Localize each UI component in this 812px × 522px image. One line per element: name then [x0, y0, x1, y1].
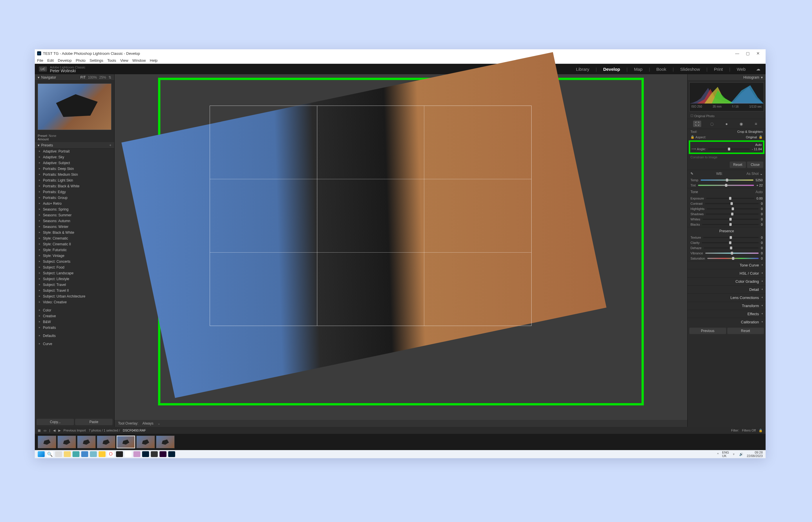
preset-item[interactable]: Portraits: Medium Skin — [35, 172, 114, 178]
thumb-2[interactable] — [57, 436, 76, 448]
crop-tool-icon[interactable]: ⛶ — [693, 121, 701, 127]
panel-header[interactable]: Transform◂ — [688, 302, 766, 310]
original-photo-toggle[interactable]: ☐ — [690, 114, 693, 118]
menu-file[interactable]: File — [37, 58, 43, 63]
preset-item[interactable]: Seasons: Spring — [35, 206, 114, 212]
preset-item[interactable]: Portraits: Edgy — [35, 189, 114, 195]
histogram[interactable]: ISO 250 35 mm f / 16 1/110 sec — [689, 82, 764, 112]
panel-header[interactable]: Detail◂ — [688, 285, 766, 294]
preset-item[interactable]: Adaptive: Subject — [35, 160, 114, 166]
contrast-slider[interactable] — [705, 203, 759, 204]
grid-view-icon[interactable]: ▦ — [38, 429, 41, 433]
whites-slider[interactable] — [703, 219, 759, 220]
module-web[interactable]: Web — [735, 67, 747, 72]
crop-reset-button[interactable]: Reset — [730, 162, 746, 168]
saturation-slider[interactable] — [707, 258, 759, 259]
thumb-6[interactable] — [136, 436, 155, 448]
histogram-header[interactable]: Histogram ▾ — [688, 74, 766, 81]
reset-button[interactable]: Reset — [727, 328, 764, 334]
app-icon-4[interactable] — [99, 451, 105, 457]
redeye-tool-icon[interactable]: ◉ — [737, 121, 745, 127]
thumb-4[interactable] — [97, 436, 116, 448]
overlay-mode[interactable]: Always — [142, 421, 154, 425]
preset-item[interactable]: Adaptive: Portrait — [35, 148, 114, 154]
app-icon-6[interactable] — [134, 451, 140, 457]
panel-header[interactable]: Lens Corrections◂ — [688, 294, 766, 302]
preset-item[interactable]: Portraits: Black & White — [35, 183, 114, 189]
opera-icon[interactable]: O — [107, 451, 114, 457]
preset-item[interactable]: Subject: Landscape — [35, 270, 114, 276]
menu-tools[interactable]: Tools — [107, 58, 116, 63]
menu-edit[interactable]: Edit — [47, 58, 54, 63]
module-slideshow[interactable]: Slideshow — [679, 67, 701, 72]
preset-item[interactable]: Subject: Lifestyle — [35, 276, 114, 282]
photoshop-icon[interactable] — [168, 451, 175, 457]
panel-header[interactable]: Calibration◂ — [688, 318, 766, 326]
panel-header[interactable]: Color Grading◂ — [688, 277, 766, 285]
preset-item[interactable]: Style: Cinematic II — [35, 241, 114, 247]
tone-auto[interactable]: Auto — [755, 190, 763, 194]
menu-help[interactable]: Help — [150, 58, 158, 63]
preset-item[interactable]: Video: Creative — [35, 299, 114, 305]
close-button[interactable]: ✕ — [753, 51, 763, 56]
premiere-icon[interactable] — [160, 451, 166, 457]
preset-item[interactable]: Adaptive: Sky — [35, 154, 114, 160]
nav-25[interactable]: 25% — [99, 75, 106, 79]
explorer-icon[interactable] — [64, 451, 71, 457]
preset-item[interactable]: Subject: Food — [35, 264, 114, 270]
wifi-icon[interactable]: ᯤ — [733, 453, 736, 456]
paste-button[interactable]: Paste — [75, 419, 113, 425]
preset-item[interactable]: Color — [35, 307, 114, 313]
menu-view[interactable]: View — [120, 58, 128, 63]
preset-item[interactable]: Auto+ Retro — [35, 201, 114, 206]
menu-photo[interactable]: Photo — [76, 58, 85, 63]
lightroom-taskbar-icon[interactable] — [142, 451, 149, 457]
vibrance-slider[interactable] — [705, 253, 759, 254]
preset-item[interactable]: Seasons: Summer — [35, 212, 114, 218]
module-library[interactable]: Library — [575, 67, 590, 72]
presets-tool-icon[interactable]: ≡ — [752, 121, 760, 127]
preset-item[interactable]: Subject: Travel — [35, 282, 114, 288]
presets-header[interactable]: ▾ Presets + — [35, 142, 114, 148]
minimize-button[interactable]: — — [732, 51, 743, 56]
thumb-7[interactable] — [156, 436, 175, 448]
clarity-slider[interactable] — [702, 242, 759, 243]
app-icon-7[interactable] — [151, 451, 158, 457]
tray-chevron-icon[interactable]: ^ — [717, 453, 718, 456]
preset-item[interactable]: Portraits: Light Skin — [35, 178, 114, 183]
app-icon-3[interactable] — [90, 451, 97, 457]
panel-header[interactable]: Effects◂ — [688, 310, 766, 318]
maximize-button[interactable]: ▢ — [743, 51, 753, 56]
wb-dropdown-icon[interactable]: ⌄ — [760, 172, 763, 176]
nav-fit[interactable]: FIT — [80, 75, 85, 79]
preset-item[interactable]: Style: Black & White — [35, 230, 114, 236]
preset-item[interactable]: Style: Vintage — [35, 253, 114, 259]
thumb-3[interactable] — [77, 436, 96, 448]
overlay-menu-icon[interactable]: ⌄ — [158, 421, 160, 425]
preset-item[interactable]: Seasons: Winter — [35, 224, 114, 230]
aspect-lock-icon[interactable]: 🔒 — [690, 135, 694, 139]
add-preset-icon[interactable]: + — [109, 143, 111, 147]
menu-settings[interactable]: Settings — [89, 58, 103, 63]
preset-item[interactable]: Style: Futuristic — [35, 247, 114, 253]
app-icon-5[interactable] — [125, 451, 131, 457]
nav-100[interactable]: 100% — [88, 75, 97, 79]
edit-mode-icon[interactable]: ✎ — [690, 172, 693, 176]
preset-item[interactable]: Portraits: Deep Skin — [35, 166, 114, 172]
start-button[interactable] — [38, 451, 45, 457]
straighten-icon[interactable]: ⟿ — [691, 147, 696, 151]
preset-item[interactable]: Subject: Urban Architecture — [35, 294, 114, 299]
blacks-slider[interactable] — [702, 224, 758, 225]
temp-slider[interactable] — [701, 180, 753, 181]
crop-close-button[interactable]: Close — [747, 162, 763, 168]
app-icon-1[interactable] — [73, 451, 79, 457]
heal-tool-icon[interactable]: ◌ — [708, 121, 716, 127]
previous-button[interactable]: Previous — [689, 328, 726, 334]
copy-button[interactable]: Copy... — [37, 419, 74, 425]
aspect-value[interactable]: Original — [746, 136, 757, 139]
navigator-header[interactable]: ▾ Navigator FIT 100% 25% ⇅ — [35, 74, 114, 81]
preset-item[interactable]: Defaults — [35, 333, 114, 339]
angle-auto[interactable]: Auto — [755, 143, 762, 146]
shadows-slider[interactable] — [706, 214, 759, 215]
filter-value[interactable]: Filters Off — [742, 429, 756, 433]
